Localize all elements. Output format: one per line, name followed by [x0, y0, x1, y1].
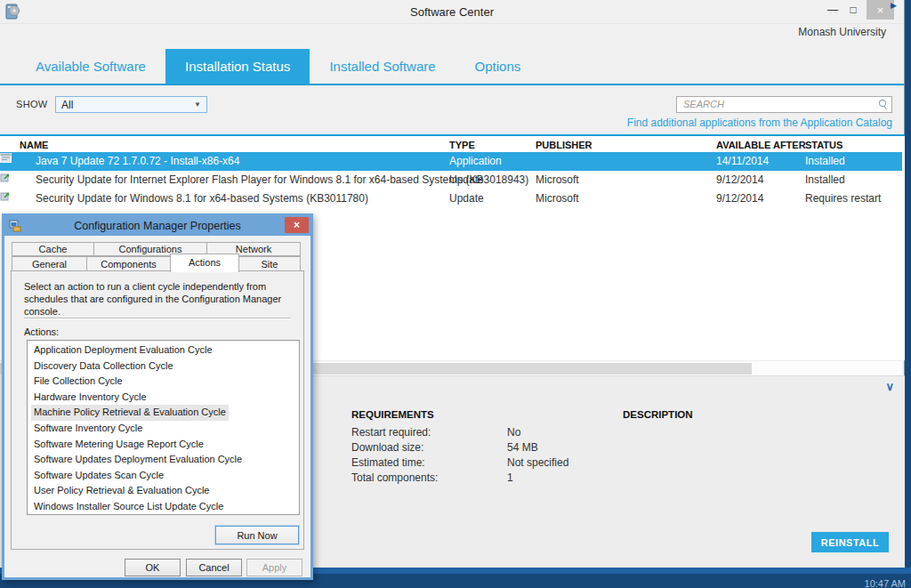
action-item[interactable]: Software Updates Scan Cycle [31, 468, 166, 484]
separator [24, 318, 291, 319]
action-item[interactable]: Software Updates Deployment Evaluation C… [31, 452, 245, 468]
scroll-right-icon[interactable]: ▶ [891, 1, 897, 10]
search-box [676, 95, 892, 112]
action-item[interactable]: Hardware Inventory Cycle [31, 390, 149, 406]
row-status: Installed [805, 152, 845, 171]
update-icon [0, 191, 12, 204]
column-header-name[interactable]: NAME [20, 140, 48, 150]
column-header-available-after[interactable]: AVAILABLE AFTER [716, 140, 806, 150]
application-icon [0, 154, 12, 166]
application-catalog-link[interactable]: Find additional applications from the Ap… [627, 117, 892, 129]
action-item[interactable]: Discovery Data Collection Cycle [31, 358, 176, 375]
cancel-button[interactable]: Cancel [186, 559, 242, 576]
window-title: Software Center [0, 5, 904, 19]
dialog-tab-cache[interactable]: Cache [12, 242, 94, 256]
tab-available-software[interactable]: Available Software [16, 49, 165, 84]
window-titlebar[interactable]: Software Center — □ × [0, 0, 904, 24]
search-input[interactable] [676, 96, 892, 113]
description-title: DESCRIPTION [623, 409, 693, 420]
requirement-value: 54 MB [507, 441, 538, 454]
column-header-type[interactable]: TYPE [449, 140, 475, 150]
tab-options[interactable]: Options [456, 49, 541, 84]
dialog-tab-actions[interactable]: Actions [170, 254, 239, 272]
row-available-after: 9/12/2014 [716, 171, 763, 189]
action-item[interactable]: File Collection Cycle [31, 374, 125, 390]
maximize-button[interactable]: □ [843, 0, 863, 20]
ok-button[interactable]: OK [125, 559, 181, 576]
configuration-manager-dialog: Configuration Manager Properties × Cache… [2, 213, 313, 580]
dialog-tab-components[interactable]: Components [86, 256, 171, 271]
actions-label: Actions: [24, 326, 59, 337]
requirement-label: Restart required: [351, 426, 431, 439]
table-row[interactable]: Java 7 Update 72 1.7.0.72 - Install-x86-… [0, 152, 902, 171]
actions-listbox: Application Deployment Evaluation Cycle … [27, 340, 300, 515]
requirement-value: 1 [507, 471, 513, 484]
row-name: Java 7 Update 72 1.7.0.72 - Install-x86-… [36, 152, 239, 171]
table-row[interactable]: Security Update for Internet Explorer Fl… [0, 171, 902, 189]
action-item[interactable]: User Policy Retrieval & Evaluation Cycle [31, 483, 212, 499]
requirement-value: No [507, 426, 520, 439]
main-tabbar: Available Software Installation Status I… [0, 49, 904, 85]
row-type: Application [449, 152, 502, 171]
requirement-label: Total components: [351, 471, 438, 484]
collapse-details-icon[interactable]: ∨ [885, 380, 894, 393]
row-status: Requires restart [805, 189, 881, 208]
taskbar-clock: 10:47 AM [865, 578, 906, 588]
requirement-label: Download size: [351, 441, 423, 454]
row-available-after: 14/11/2014 [716, 152, 769, 171]
action-item[interactable]: Software Inventory Cycle [31, 421, 145, 437]
dialog-tab-site[interactable]: Site [238, 256, 301, 271]
row-type: Update [449, 171, 484, 189]
update-icon [0, 173, 12, 185]
show-label: SHOW [16, 99, 47, 109]
tab-installation-status[interactable]: Installation Status [165, 49, 310, 84]
chevron-down-icon: ▼ [194, 101, 201, 109]
reinstall-button[interactable]: REINSTALL [811, 532, 889, 552]
action-item-selected[interactable]: Machine Policy Retrieval & Evaluation Cy… [31, 405, 229, 421]
actions-tab-page: Select an action to run a client cycle i… [11, 270, 304, 550]
row-type: Update [449, 189, 484, 208]
column-header-status[interactable]: STATUS [805, 140, 842, 150]
actions-description: Select an action to run a client cycle i… [24, 280, 291, 318]
dialog-close-icon[interactable]: × [285, 217, 309, 233]
requirement-label: Estimated time: [351, 456, 425, 469]
row-status: Installed [805, 171, 845, 189]
row-available-after: 9/12/2014 [716, 189, 763, 208]
organization-label: Monash University [798, 26, 886, 38]
show-dropdown-value: All [61, 99, 194, 111]
run-now-button[interactable]: Run Now [215, 526, 299, 544]
apply-button[interactable]: Apply [246, 559, 302, 576]
column-header-publisher[interactable]: PUBLISHER [536, 140, 593, 150]
row-publisher: Microsoft [536, 189, 579, 208]
table-row[interactable]: Security Update for Windows 8.1 for x64-… [0, 189, 902, 208]
dialog-title: Configuration Manager Properties [4, 220, 310, 232]
requirement-value: Not specified [507, 456, 568, 469]
dialog-titlebar[interactable]: Configuration Manager Properties × [4, 216, 310, 236]
search-icon [877, 98, 889, 114]
dialog-tab-general[interactable]: General [12, 256, 87, 271]
action-item[interactable]: Software Metering Usage Report Cycle [31, 437, 206, 453]
minimize-button[interactable]: — [823, 0, 842, 20]
tab-installed-software[interactable]: Installed Software [310, 49, 455, 84]
action-item[interactable]: Application Deployment Evaluation Cycle [31, 342, 215, 358]
show-dropdown[interactable]: All ▼ [55, 96, 207, 113]
action-item[interactable]: Windows Installer Source List Update Cyc… [31, 499, 226, 515]
requirements-title: REQUIREMENTS [351, 409, 434, 420]
row-name: Security Update for Windows 8.1 for x64-… [36, 189, 368, 208]
row-publisher: Microsoft [536, 171, 579, 189]
